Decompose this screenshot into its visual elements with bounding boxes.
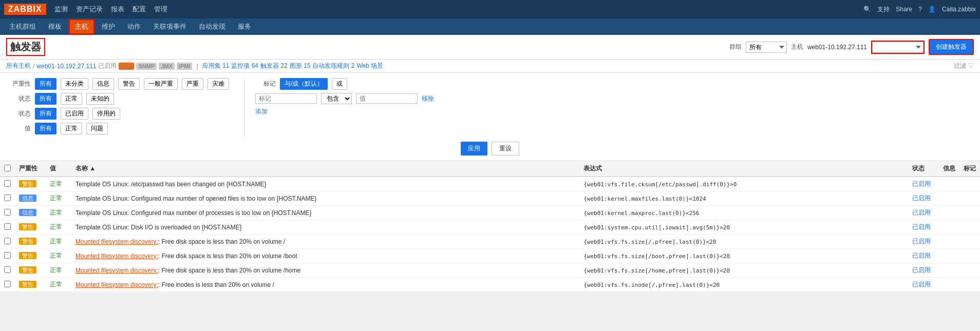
support-link[interactable]: 支持 — [877, 5, 890, 14]
all-hosts-link[interactable]: 所有主机 — [6, 62, 31, 70]
col-expression: 表达式 — [579, 161, 908, 177]
filter-toggle[interactable]: 过滤 ▽ — [954, 62, 974, 70]
nav-correlation[interactable]: 关联项事件 — [148, 20, 192, 33]
status2-enabled-btn[interactable]: 已启用 — [61, 108, 88, 120]
status1-unknown-btn[interactable]: 未知的 — [86, 93, 114, 105]
row-status[interactable]: 已启用 — [908, 177, 939, 191]
nav-discovery[interactable]: 自动发现 — [194, 20, 231, 33]
row-checkbox[interactable] — [4, 252, 11, 259]
remove-tag-link[interactable]: 移除 — [422, 94, 434, 103]
row-status[interactable]: 已启用 — [908, 206, 939, 220]
row-checkbox[interactable] — [4, 180, 11, 187]
tag-name-input[interactable] — [255, 93, 317, 104]
row-tags — [959, 278, 980, 292]
severity-all-btn[interactable]: 所有 — [35, 78, 56, 90]
severity-label: 严重性 — [10, 80, 31, 88]
nav-services[interactable]: 服务 — [233, 20, 256, 33]
select-all-checkbox[interactable] — [4, 165, 11, 171]
tag-op-and-btn[interactable]: 与/成（默认） — [280, 78, 328, 90]
row-name[interactable]: Mounted filesystem discovery:: Free disk… — [71, 249, 579, 263]
tag-op-or-btn[interactable]: 或 — [332, 78, 347, 90]
row-status[interactable]: 已启用 — [908, 278, 939, 292]
discovery-rules-link[interactable]: 自动发现规则 2 — [312, 62, 354, 70]
type-select[interactable] — [872, 42, 924, 53]
monitors-link[interactable]: 监控项 64 — [231, 62, 258, 70]
row-name[interactable]: Mounted filesystem discovery:: Free disk… — [71, 263, 579, 278]
table-row: 警告 正常 Mounted filesystem discovery:: Fre… — [0, 278, 980, 292]
nav-hosts[interactable]: 主机 — [69, 19, 95, 34]
status1-all-btn[interactable]: 所有 — [35, 93, 56, 105]
row-status[interactable]: 已启用 — [908, 263, 939, 278]
row-name[interactable]: Template OS Linux: /etc/passwd has been … — [71, 177, 579, 191]
value-all-btn[interactable]: 所有 — [35, 123, 56, 134]
app-sets-link[interactable]: 应用集 11 — [202, 62, 230, 70]
help-icon[interactable]: ? — [918, 6, 922, 13]
logo[interactable]: ZABBIX — [4, 4, 46, 15]
nav-maintenance[interactable]: 维护 — [97, 20, 120, 33]
row-status[interactable]: 已启用 — [908, 220, 939, 235]
value-label: 值 — [10, 124, 31, 133]
row-checkbox[interactable] — [4, 194, 11, 201]
row-status[interactable]: 已启用 — [908, 191, 939, 206]
row-name[interactable]: Template OS Linux: Disk I/O is overloade… — [71, 220, 579, 235]
badge-zbx[interactable]: ZBX — [119, 63, 134, 70]
apply-filter-button[interactable]: 应用 — [461, 142, 487, 155]
nav-reports[interactable]: 报表 — [111, 5, 124, 14]
add-tag-area: 添加 — [255, 107, 434, 116]
severity-average-btn[interactable]: 一般严重 — [144, 78, 178, 90]
severity-unclassified-btn[interactable]: 未分类 — [61, 78, 88, 90]
value-normal-btn[interactable]: 正常 — [61, 123, 82, 134]
severity-disaster-btn[interactable]: 灾难 — [208, 78, 229, 90]
group-select[interactable]: 所有 — [746, 42, 787, 53]
severity-warning-btn[interactable]: 警告 — [118, 78, 140, 90]
create-trigger-button[interactable]: 创建触发器 — [929, 39, 974, 55]
top-nav-links: 监测 资产记录 报表 配置 管理 — [54, 5, 167, 14]
user-icon[interactable]: 👤 — [928, 6, 936, 13]
nav-templates[interactable]: 模板 — [43, 20, 67, 33]
row-checkbox[interactable] — [4, 223, 11, 230]
tag-value-input[interactable] — [356, 93, 418, 104]
badge-snmp[interactable]: SNMP — [136, 63, 157, 70]
row-checkbox[interactable] — [4, 266, 11, 273]
web-scenarios-link[interactable]: Web 场景 — [356, 62, 383, 70]
triggers-link[interactable]: 触发器 22 — [260, 62, 288, 70]
badge-ipmi[interactable]: IPMI — [177, 63, 193, 70]
row-name[interactable]: Template OS Linux: Configured max number… — [71, 206, 579, 220]
row-status[interactable]: 已启用 — [908, 249, 939, 263]
search-icon[interactable]: 🔍 — [863, 6, 871, 13]
nav-admin[interactable]: 管理 — [154, 5, 167, 14]
row-checkbox[interactable] — [4, 209, 11, 216]
share-link[interactable]: Share — [896, 6, 912, 13]
row-status[interactable]: 已启用 — [908, 235, 939, 249]
nav-assets[interactable]: 资产记录 — [76, 5, 103, 14]
nav-monitoring[interactable]: 监测 — [54, 5, 68, 14]
row-checkbox[interactable] — [4, 281, 11, 287]
value-problem-btn[interactable]: 问题 — [86, 123, 108, 134]
row-name[interactable]: Mounted filesystem discovery:: Free disk… — [71, 235, 579, 249]
severity-info-btn[interactable]: 信息 — [92, 78, 114, 90]
status1-normal-btn[interactable]: 正常 — [61, 93, 82, 105]
table-body: 警告 正常 Template OS Linux: /etc/passwd has… — [0, 177, 980, 292]
row-message — [939, 191, 959, 206]
nav-config[interactable]: 配置 — [133, 5, 146, 14]
col-name[interactable]: 名称 ▲ — [71, 161, 579, 177]
nav-actions[interactable]: 动作 — [122, 20, 146, 33]
status2-all-btn[interactable]: 所有 — [35, 108, 56, 120]
row-name[interactable]: Mounted filesystem discovery:: Free inod… — [71, 278, 579, 292]
badge-jmx[interactable]: JMX — [159, 63, 175, 70]
graphs-link[interactable]: 图形 15 — [290, 62, 311, 70]
tag-condition-select[interactable]: 包含 等于 — [321, 93, 352, 104]
nav-hostgroups[interactable]: 主机群组 — [4, 20, 41, 33]
current-host-link[interactable]: web01-10.192.27.111 — [36, 63, 96, 70]
status2-disabled-btn[interactable]: 停用的 — [92, 108, 120, 120]
row-value: 正常 — [46, 235, 71, 249]
filter-left: 严重性 所有 未分类 信息 警告 一般严重 严重 灾难 状态 所有 正常 未知的… — [10, 78, 229, 138]
reset-filter-button[interactable]: 重设 — [492, 142, 519, 155]
severity-high-btn[interactable]: 严重 — [182, 78, 203, 90]
add-tag-link[interactable]: 添加 — [255, 108, 268, 115]
row-message — [939, 206, 959, 220]
row-checkbox-cell — [0, 278, 15, 292]
row-checkbox[interactable] — [4, 238, 11, 244]
row-name[interactable]: Template OS Linux: Configured max number… — [71, 191, 579, 206]
page-header: 触发器 群组 所有 主机 web01-10.192.27.111 创建触发器 — [0, 35, 980, 60]
